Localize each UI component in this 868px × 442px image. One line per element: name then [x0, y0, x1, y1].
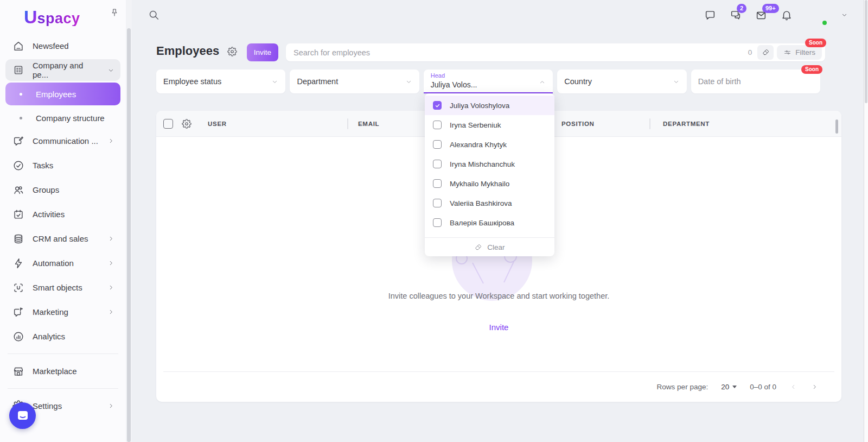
- checkbox-checked[interactable]: [433, 101, 442, 110]
- checkbox[interactable]: [433, 218, 442, 227]
- filter-label: Employee status: [163, 77, 221, 86]
- sidebar-item-company-structure[interactable]: Company structure: [5, 107, 120, 129]
- sidebar-item-label: Groups: [33, 185, 59, 194]
- sidebar-item-tasks[interactable]: Tasks: [5, 153, 120, 178]
- support-chat-icon: [15, 408, 30, 424]
- head-option[interactable]: Juliya Voloshylova: [425, 96, 554, 115]
- checkbox[interactable]: [433, 160, 442, 168]
- clear-search-button[interactable]: [757, 45, 774, 60]
- sidebar-item-label: Company and pe...: [33, 61, 99, 79]
- sidebar-item-groups[interactable]: Groups: [5, 178, 120, 202]
- pagination-range: 0–0 of 0: [750, 383, 776, 391]
- uspacy-logo[interactable]: Uspacy: [24, 8, 80, 26]
- filter-country[interactable]: Country: [557, 70, 686, 93]
- column-divider: [347, 118, 348, 129]
- chevron-down-icon: [405, 78, 413, 86]
- chat-icon[interactable]: [704, 9, 716, 21]
- sidebar-item-marketing[interactable]: Marketing: [5, 300, 120, 324]
- clear-selection-button[interactable]: Clear: [425, 237, 554, 256]
- sidebar-item-label: Automation: [33, 258, 74, 268]
- inbox-badge: 99+: [762, 4, 779, 13]
- table-settings-gear-icon[interactable]: [182, 119, 192, 129]
- sliders-icon: [783, 48, 792, 56]
- invite-button[interactable]: Invite: [247, 43, 278, 61]
- scrollbar-thumb[interactable]: [127, 28, 131, 442]
- head-option[interactable]: Iryna Serbeniuk: [425, 115, 554, 135]
- support-chat-launcher[interactable]: [9, 402, 36, 429]
- sidebar-item-automation[interactable]: Automation: [5, 251, 120, 275]
- soon-badge: Soon: [801, 65, 822, 74]
- filter-row: Employee status Department Head Juliya V…: [156, 70, 820, 93]
- page-title: Employees: [156, 44, 219, 58]
- head-option[interactable]: Валерія Башкірова: [425, 213, 554, 232]
- filter-department[interactable]: Department: [290, 70, 419, 93]
- sidebar-divider: [8, 353, 118, 354]
- sidebar-item-employees[interactable]: Employees: [5, 83, 120, 105]
- filters-button-label: Filters: [795, 48, 815, 56]
- head-option[interactable]: Alexandra Khytyk: [425, 135, 554, 154]
- page-scrollbar[interactable]: [864, 0, 868, 442]
- checkbox[interactable]: [433, 140, 442, 149]
- sidebar-item-marketplace[interactable]: Marketplace: [5, 359, 120, 383]
- store-icon: [12, 365, 24, 377]
- chevron-down-icon: [107, 66, 115, 74]
- head-option-label: Juliya Voloshylova: [450, 102, 509, 110]
- scrollbar-thumb[interactable]: [865, 0, 867, 103]
- sidebar-item-analytics[interactable]: Analytics: [5, 324, 120, 349]
- column-header-email[interactable]: EMAIL: [358, 121, 379, 127]
- chat-pen-icon: [12, 135, 24, 147]
- sidebar-item-smart-objects[interactable]: Smart objects: [5, 275, 120, 300]
- empty-state-invite-link[interactable]: Invite: [156, 323, 841, 332]
- bell-icon[interactable]: [781, 9, 793, 21]
- sidebar-item-company-and-people[interactable]: Company and pe...: [5, 59, 120, 81]
- head-option[interactable]: Mykhailo Mykhailo: [425, 174, 554, 193]
- filters-button[interactable]: Filters: [777, 45, 822, 60]
- page-settings-gear-icon[interactable]: [227, 47, 237, 56]
- employee-search-bar: 0 Filters Soon: [286, 43, 825, 61]
- checkbox[interactable]: [433, 199, 442, 207]
- column-header-position[interactable]: POSITION: [561, 121, 595, 127]
- eraser-icon: [474, 243, 482, 251]
- group-chat-icon[interactable]: 2: [730, 9, 742, 21]
- soon-badge: Soon: [805, 39, 826, 47]
- table-scrollbar-thumb[interactable]: [835, 119, 838, 134]
- rows-per-page-select[interactable]: 20: [721, 383, 737, 391]
- sidebar-scrollbar[interactable]: [126, 0, 132, 442]
- chevron-right-icon: [107, 137, 115, 145]
- previous-page-button[interactable]: [789, 383, 797, 391]
- sidebar: Uspacy Newsfeed Company and pe... Employ…: [0, 0, 126, 442]
- select-all-checkbox[interactable]: [163, 119, 173, 129]
- sidebar-item-communication[interactable]: Communication ...: [5, 129, 120, 153]
- chevron-right-icon: [107, 283, 115, 292]
- sidebar-item-label: Settings: [33, 401, 62, 411]
- checkbox[interactable]: [433, 121, 442, 129]
- user-avatar[interactable]: [806, 5, 827, 26]
- sidebar-item-activities[interactable]: Activities: [5, 202, 120, 226]
- filter-date-of-birth[interactable]: Date of birth Soon: [691, 70, 820, 93]
- checkbox[interactable]: [433, 179, 442, 188]
- head-option-label: Mykhailo Mykhailo: [450, 180, 509, 188]
- chevron-up-icon: [538, 78, 546, 86]
- sidebar-item-crm-and-sales[interactable]: CRM and sales: [5, 226, 120, 251]
- column-header-user[interactable]: USER: [208, 121, 227, 127]
- search-icon[interactable]: [148, 9, 160, 21]
- mail-icon[interactable]: 99+: [755, 9, 767, 21]
- next-page-button[interactable]: [810, 383, 819, 391]
- filter-employee-status[interactable]: Employee status: [156, 70, 285, 93]
- filter-head[interactable]: Head Juliya Volos...: [424, 70, 553, 93]
- sidebar-nav: Newsfeed Company and pe... Employees Com…: [0, 0, 126, 418]
- sidebar-item-newsfeed[interactable]: Newsfeed: [5, 34, 120, 58]
- search-input[interactable]: [293, 48, 743, 57]
- filter-label: Date of birth: [698, 77, 741, 86]
- rows-per-page-value: 20: [721, 383, 729, 391]
- profile-chevron-down-icon[interactable]: [840, 11, 848, 19]
- sidebar-item-label: CRM and sales: [33, 234, 88, 243]
- pin-sidebar-icon[interactable]: [110, 8, 119, 17]
- sidebar-item-label: Tasks: [33, 161, 53, 170]
- head-option[interactable]: Valeriia Bashkirova: [425, 193, 554, 213]
- chevron-right-icon: [107, 259, 115, 267]
- sidebar-item-label: Smart objects: [33, 283, 82, 292]
- megaphone-icon: [12, 306, 24, 318]
- head-option[interactable]: Iryna Mishchanchuk: [425, 154, 554, 174]
- column-header-department[interactable]: DEPARTMENT: [663, 121, 710, 127]
